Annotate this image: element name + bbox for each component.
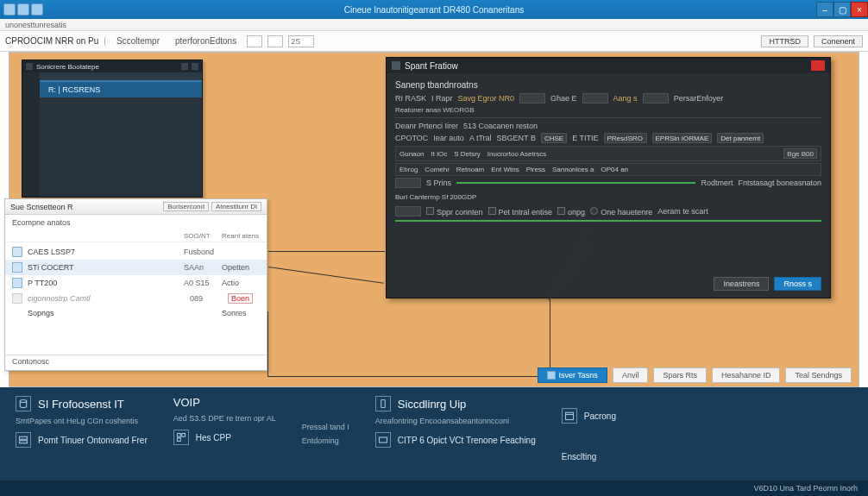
list-item[interactable]: P TT200 A0 S15 Actio [5, 275, 267, 291]
dialog-icon [392, 61, 400, 70]
field[interactable]: Det pannemt [717, 133, 764, 143]
progress-line [395, 220, 821, 222]
ide-min-icon[interactable] [181, 63, 188, 70]
field[interactable]: CHSE [541, 133, 567, 143]
toolbar-dropdown[interactable] [247, 35, 262, 47]
calendar-icon [562, 408, 577, 424]
panel-title: Sue Scnsetteon R [10, 203, 160, 211]
minimize-button[interactable]: – [816, 2, 833, 17]
titlebar-left-icons [0, 3, 47, 16]
ide-tabstrip[interactable] [40, 72, 202, 82]
field[interactable] [643, 93, 669, 104]
col-b: Reant atens [222, 232, 260, 240]
footer-col-5: Pacrong Ensclting [562, 396, 616, 472]
toolbar-tab-2[interactable]: pterforonEdtons [170, 36, 242, 46]
file-icon [12, 262, 22, 273]
svg-rect-6 [381, 400, 386, 408]
dialog-cancel-button[interactable]: Ineastrens [714, 277, 769, 291]
svg-rect-4 [181, 434, 185, 437]
connector-line [268, 251, 385, 252]
main-toolbar: CPROOCIM NRR on Pu | Sccoltempr pterforo… [0, 31, 868, 52]
svg-point-0 [20, 400, 27, 403]
panel-hdr-btn-2[interactable]: Atnestitunr Di [211, 202, 261, 211]
toolbar-btn-2[interactable]: Conenent [814, 35, 863, 47]
panel-columns: SOG/NT Reant atens [5, 230, 267, 242]
doc-icon [17, 3, 29, 16]
window-buttons: – ▢ × [816, 2, 868, 17]
connector-line [550, 299, 550, 377]
breadcrumb: CPROOCIM NRR on Pu [5, 36, 98, 46]
field[interactable] [519, 93, 545, 104]
list-item[interactable]: STi COCERT SAAn Opetten [5, 260, 267, 275]
dialog-footer: Ineastrens Rnoss s [714, 277, 821, 291]
connector-line [267, 376, 550, 377]
window-titlebar: Cineue Inautonitigearrant DR480 Conaneri… [0, 0, 868, 19]
status-text: V6D10 Una Tard Peomn Inorh [754, 484, 858, 493]
ide-app-icon [26, 63, 33, 70]
action-button-5[interactable]: Teal Sendngs [785, 367, 852, 383]
search-input[interactable]: 2S [288, 35, 314, 47]
checkbox[interactable] [488, 207, 496, 215]
maximize-button[interactable]: ▢ [833, 2, 851, 17]
progress-line [456, 182, 695, 184]
field[interactable]: EPRSin IORMAE [652, 133, 713, 143]
col-a: SOG/NT [184, 232, 222, 240]
database-icon [16, 396, 31, 411]
panel-subtitle: Ecompne anatos [5, 215, 267, 230]
ide-title: Sonicrere Bootatepe [36, 63, 178, 71]
checkbox[interactable] [426, 207, 434, 215]
radio[interactable] [590, 207, 598, 215]
ide-header: Sonicrere Bootatepe [22, 60, 202, 72]
list-item[interactable]: CAES LSSP7 Fusbond [5, 244, 267, 260]
device-icon [375, 396, 391, 411]
canvas-action-row: Isver Tasns Anvil Spars Rts Hesahanne ID… [538, 367, 852, 383]
app-icon [3, 3, 16, 16]
dialog-section: Sanenp tbandnroatns [395, 80, 821, 90]
action-button-2[interactable]: Anvil [613, 367, 649, 383]
dialog-header: Spant Fratiow [387, 58, 830, 73]
field[interactable]: PResdSRO [604, 133, 647, 143]
toolbar-btn-1[interactable]: HTTRSD [761, 35, 808, 47]
ide-window[interactable]: Sonicrere Bootatepe R: | RCSRENS [22, 60, 203, 198]
ide-close-icon[interactable] [192, 63, 198, 70]
error-badge[interactable]: Boen [228, 293, 253, 304]
svg-rect-8 [565, 413, 573, 420]
dialog-close-icon[interactable] [811, 60, 825, 71]
sub-titlebar: unonesttunresatis [0, 19, 868, 31]
field[interactable]: Bge B00 [783, 148, 817, 159]
ide-active-row[interactable]: R: | RCSRENS [40, 82, 202, 97]
settings-panel[interactable]: Sue Scnsetteon R Borisercond Atnestitunr… [4, 198, 267, 371]
field[interactable] [395, 206, 421, 217]
field[interactable] [395, 178, 421, 188]
svg-rect-1 [20, 436, 28, 439]
dark-dialog[interactable]: Spant Fratiow Sanenp tbandnroatns RI RAS… [386, 57, 831, 298]
window-title: Cineue Inautonitigearrant DR480 Conaneri… [344, 5, 524, 15]
panel-hdr-btn-1[interactable]: Borisercond [163, 202, 209, 211]
svg-rect-7 [379, 437, 387, 443]
param-row: Ebrog Comehr Retnoam Ent Wtns Piress San… [395, 163, 821, 176]
panel-rows: CAES LSSP7 Fusbond STi COCERT SAAn Opett… [5, 242, 267, 322]
connector-line [268, 267, 384, 284]
toolbar-tab-1[interactable]: Sccoltempr [111, 36, 165, 46]
status-bar: V6D10 Una Tard Peomn Inorh [0, 480, 868, 496]
file-icon [12, 278, 22, 288]
svg-rect-5 [177, 438, 180, 442]
param-row: Gunaon It lOc S Detsry Inucrortoo Asetrs… [395, 146, 821, 161]
action-button-3[interactable]: Spars Rts [653, 367, 707, 383]
footer-col-4: Siccdlinrg Uip Areafontring Encooansabea… [375, 396, 536, 472]
toolbar-box[interactable] [267, 35, 283, 47]
checkbox[interactable] [557, 207, 565, 215]
panel-header: Sue Scnsetteon R Borisercond Atnestitunr… [5, 199, 267, 215]
dialog-title: Spant Fratiow [405, 61, 811, 71]
list-item[interactable]: cigonnostrp Camtl 089 Boen [5, 291, 267, 306]
footer-col-3: Pressal tand I Entdoming [302, 396, 349, 472]
action-button-4[interactable]: Hesahanne ID [712, 367, 781, 383]
ide-sidebar[interactable] [22, 72, 40, 197]
dialog-ok-button[interactable]: Rnoss s [774, 277, 821, 291]
disc-icon [12, 293, 22, 304]
field[interactable] [582, 93, 608, 104]
svg-rect-2 [20, 441, 28, 443]
primary-action-button[interactable]: Isver Tasns [538, 367, 607, 383]
action-icon [547, 371, 556, 380]
close-button[interactable]: × [851, 2, 868, 17]
